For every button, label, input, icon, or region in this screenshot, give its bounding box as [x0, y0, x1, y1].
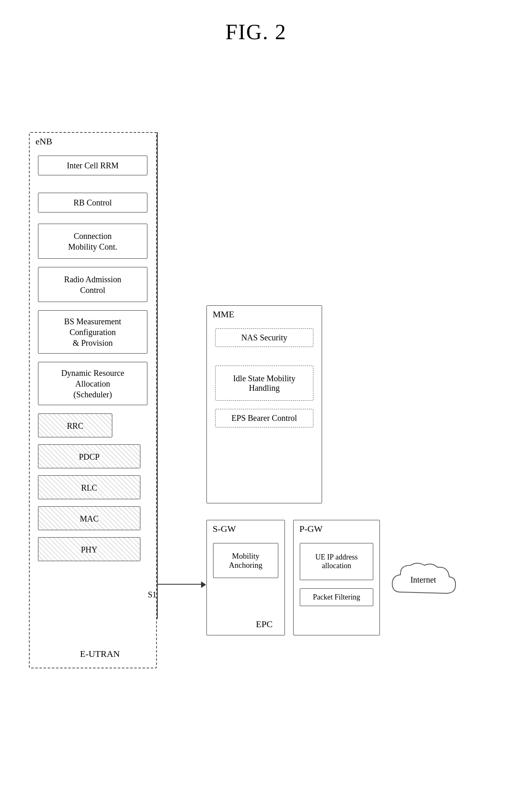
svg-text:Internet: Internet	[410, 575, 436, 584]
eps-bearer-box: EPS Bearer Control	[215, 409, 313, 427]
internet-cloud-icon: Internet	[388, 557, 458, 602]
s1-arrow-head	[201, 581, 206, 588]
bs-measurement-box: BS MeasurementConfiguration& Provision	[38, 310, 147, 354]
pgw-outer-box: P-GW UE IP addressallocation Packet Filt…	[293, 520, 380, 635]
sgw-label: S-GW	[213, 524, 236, 534]
radio-admission-box: Radio AdmissionControl	[38, 267, 147, 302]
rb-control-box: RB Control	[38, 193, 147, 212]
sgw-outer-box: S-GW MobilityAnchoring	[206, 520, 285, 635]
nas-security-box: NAS Security	[215, 328, 313, 347]
pdcp-box: PDCP	[38, 444, 140, 468]
e-utran-label: E-UTRAN	[55, 649, 145, 659]
inter-cell-box: Inter Cell RRM	[38, 156, 147, 175]
mme-outer-box: MME NAS Security Idle State MobilityHand…	[206, 305, 322, 503]
page-title: FIG. 2	[0, 0, 512, 44]
rlc-box: RLC	[38, 475, 140, 499]
mme-label: MME	[213, 309, 235, 320]
s1-label: S1	[148, 590, 156, 600]
enb-outer-box: eNB Inter Cell RRM RB Control Connection…	[29, 132, 157, 668]
epc-label: EPC	[206, 619, 322, 630]
enb-label: eNB	[36, 136, 52, 147]
s1-vertical-line	[157, 132, 158, 619]
s1-horizontal-line	[157, 584, 203, 585]
idle-state-box: Idle State MobilityHandling	[215, 366, 313, 401]
diagram-container: eNB Inter Cell RRM RB Control Connection…	[21, 91, 491, 784]
dynamic-resource-box: Dynamic ResourceAllocation(Scheduler)	[38, 362, 147, 405]
packet-filtering-box: Packet Filtering	[300, 588, 373, 606]
mobility-anchoring-box: MobilityAnchoring	[213, 543, 278, 578]
pgw-label: P-GW	[299, 524, 322, 534]
rrc-box: RRC	[38, 413, 112, 437]
ue-ip-box: UE IP addressallocation	[300, 543, 373, 580]
mac-box: MAC	[38, 506, 140, 530]
phy-box: PHY	[38, 537, 140, 561]
conn-mobility-box: ConnectionMobility Cont.	[38, 224, 147, 259]
